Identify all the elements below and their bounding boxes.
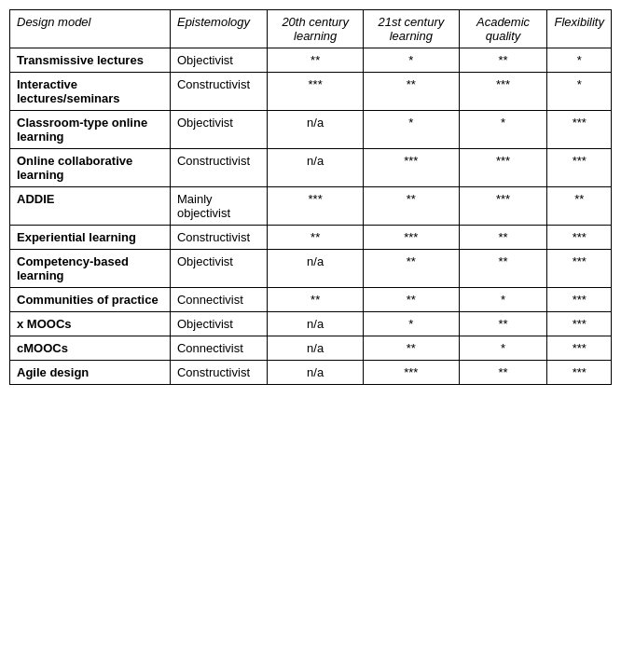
cell-epistemology: Constructivist	[170, 226, 267, 250]
table-row: cMOOCsConnectivistn/a******	[10, 336, 612, 361]
cell-epistemology: Mainly objectivist	[170, 187, 267, 226]
table-row: Competency-based learningObjectivistn/a*…	[10, 250, 612, 288]
cell-20th: **	[268, 288, 364, 312]
table-row: Online collaborative learningConstructiv…	[10, 149, 612, 187]
cell-21st: *	[364, 48, 459, 73]
header-21st: 21st century learning	[364, 10, 459, 48]
header-row: Design model Epistemology 20th century l…	[10, 10, 612, 48]
cell-academic-quality: ***	[459, 73, 547, 111]
cell-flexibility: **	[547, 187, 612, 226]
cell-academic-quality: **	[459, 250, 547, 288]
table-row: Experiential learningConstructivist*****…	[10, 226, 612, 250]
cell-20th: n/a	[268, 312, 364, 336]
cell-academic-quality: *	[459, 336, 547, 361]
cell-20th: ***	[268, 73, 364, 111]
cell-academic-quality: ***	[459, 187, 547, 226]
cell-epistemology: Objectivist	[170, 250, 267, 288]
cell-flexibility: ***	[547, 250, 612, 288]
cell-academic-quality: ***	[459, 149, 547, 187]
cell-flexibility: ***	[547, 149, 612, 187]
cell-design-model: Online collaborative learning	[10, 149, 171, 187]
cell-20th: **	[268, 226, 364, 250]
cell-epistemology: Objectivist	[170, 312, 267, 336]
cell-flexibility: ***	[547, 336, 612, 361]
cell-21st: **	[364, 288, 459, 312]
cell-flexibility: *	[547, 48, 612, 73]
cell-flexibility: ***	[547, 111, 612, 149]
cell-design-model: Competency-based learning	[10, 250, 171, 288]
table-row: Interactive lectures/seminarsConstructiv…	[10, 73, 612, 111]
header-20th: 20th century learning	[268, 10, 364, 48]
cell-academic-quality: *	[459, 111, 547, 149]
cell-20th: n/a	[268, 111, 364, 149]
table-row: x MOOCsObjectivistn/a******	[10, 312, 612, 336]
cell-20th: n/a	[268, 361, 364, 385]
cell-design-model: Transmissive lectures	[10, 48, 171, 73]
cell-academic-quality: *	[459, 288, 547, 312]
cell-design-model: Classroom-type online learning	[10, 111, 171, 149]
comparison-table: Design model Epistemology 20th century l…	[9, 9, 612, 385]
cell-academic-quality: **	[459, 312, 547, 336]
cell-20th: **	[268, 48, 364, 73]
cell-design-model: cMOOCs	[10, 336, 171, 361]
table-row: Transmissive lecturesObjectivist******	[10, 48, 612, 73]
cell-design-model: Agile design	[10, 361, 171, 385]
cell-epistemology: Objectivist	[170, 111, 267, 149]
cell-flexibility: *	[547, 73, 612, 111]
cell-20th: n/a	[268, 149, 364, 187]
header-design-model: Design model	[10, 10, 171, 48]
cell-21st: ***	[364, 226, 459, 250]
header-flexibility: Flexibility	[547, 10, 612, 48]
cell-flexibility: ***	[547, 312, 612, 336]
cell-21st: **	[364, 250, 459, 288]
cell-20th: ***	[268, 187, 364, 226]
cell-design-model: Experiential learning	[10, 226, 171, 250]
cell-21st: **	[364, 187, 459, 226]
cell-21st: ***	[364, 361, 459, 385]
cell-21st: *	[364, 312, 459, 336]
cell-epistemology: Objectivist	[170, 48, 267, 73]
cell-academic-quality: **	[459, 48, 547, 73]
table-row: Classroom-type online learningObjectivis…	[10, 111, 612, 149]
cell-epistemology: Connectivist	[170, 336, 267, 361]
cell-design-model: x MOOCs	[10, 312, 171, 336]
cell-flexibility: ***	[547, 288, 612, 312]
table-row: ADDIEMainly objectivist**********	[10, 187, 612, 226]
cell-flexibility: ***	[547, 226, 612, 250]
cell-epistemology: Constructivist	[170, 361, 267, 385]
cell-epistemology: Connectivist	[170, 288, 267, 312]
table-row: Agile designConstructivistn/a********	[10, 361, 612, 385]
cell-design-model: Communities of practice	[10, 288, 171, 312]
table-row: Communities of practiceConnectivist*****…	[10, 288, 612, 312]
cell-epistemology: Constructivist	[170, 73, 267, 111]
cell-20th: n/a	[268, 336, 364, 361]
cell-21st: **	[364, 336, 459, 361]
header-academic-quality: Academic quality	[459, 10, 547, 48]
cell-21st: ***	[364, 149, 459, 187]
cell-academic-quality: **	[459, 226, 547, 250]
cell-21st: *	[364, 111, 459, 149]
cell-flexibility: ***	[547, 361, 612, 385]
cell-20th: n/a	[268, 250, 364, 288]
header-epistemology: Epistemology	[170, 10, 267, 48]
cell-design-model: ADDIE	[10, 187, 171, 226]
cell-epistemology: Constructivist	[170, 149, 267, 187]
cell-academic-quality: **	[459, 361, 547, 385]
cell-design-model: Interactive lectures/seminars	[10, 73, 171, 111]
cell-21st: **	[364, 73, 459, 111]
